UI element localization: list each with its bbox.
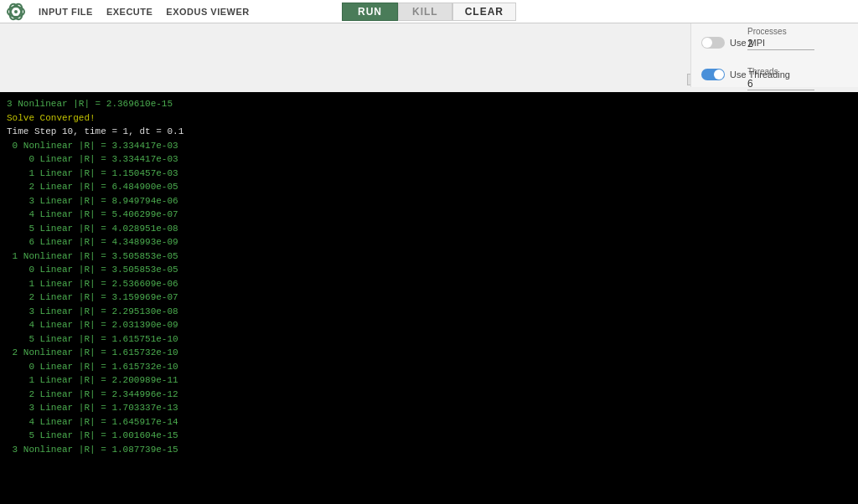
terminal-line: 3 Linear |R| = 1.703337e-13: [7, 401, 851, 415]
terminal-line: Time Step 10, time = 1, dt = 0.1: [7, 125, 851, 139]
terminal-line: 1 Linear |R| = 2.200989e-11: [7, 373, 851, 388]
threading-toggle-row: Use Threading Threads: [701, 69, 848, 80]
topbar: INPUT FILE EXECUTE EXODUS VIEWER RUN KIL…: [0, 0, 858, 23]
clear-button[interactable]: CLEAR: [452, 3, 516, 21]
terminal-line: 5 Linear |R| = 4.028951e-08: [7, 222, 851, 236]
terminal-line: 2 Nonlinear |R| = 1.615732e-10: [7, 346, 851, 360]
terminal-line: 1 Linear |R| = 1.150457e-03: [7, 167, 851, 181]
terminal-line: Solve Converged!: [7, 111, 851, 126]
processes-field: Processes: [747, 27, 848, 50]
terminal-line: 4 Linear |R| = 2.031390e-09: [7, 318, 851, 332]
run-button[interactable]: RUN: [342, 3, 398, 21]
kill-button[interactable]: KILL: [398, 3, 452, 21]
terminal-line: 3 Nonlinear |R| = 2.369610e-15: [7, 97, 851, 111]
run-controls: RUN KILL CLEAR: [342, 3, 516, 21]
threads-label: Threads: [747, 67, 848, 76]
terminal-line: 3 Nonlinear |R| = 1.087739e-15: [7, 443, 851, 457]
terminal-line: 5 Linear |R| = 1.001604e-15: [7, 429, 851, 443]
nav-input-file[interactable]: INPUT FILE: [39, 7, 93, 17]
mpi-toggle[interactable]: [701, 37, 725, 49]
processes-input[interactable]: [747, 38, 814, 50]
threading-toggle-knob: [714, 69, 724, 80]
threads-field: Threads: [747, 67, 848, 90]
terminal-output: 3 Nonlinear |R| = 2.369610e-15Solve Conv…: [0, 92, 858, 504]
terminal-line: 5 Linear |R| = 1.615751e-10: [7, 332, 851, 347]
side-panel: Processes Use MPI Use Threading Threads: [690, 23, 858, 87]
terminal-line: 2 Linear |R| = 6.484900e-05: [7, 180, 851, 194]
terminal-line: 4 Linear |R| = 5.406299e-07: [7, 208, 851, 222]
svg-point-3: [14, 10, 18, 13]
terminal-line: 1 Linear |R| = 2.536609e-06: [7, 277, 851, 291]
terminal-line: 3 Linear |R| = 8.949794e-06: [7, 194, 851, 208]
terminal-line: 6 Linear |R| = 4.348993e-09: [7, 235, 851, 249]
terminal-line: 1 Nonlinear |R| = 3.505853e-05: [7, 249, 851, 264]
terminal-line: 0 Nonlinear |R| = 3.334417e-03: [7, 139, 851, 153]
app-logo-icon: [7, 3, 25, 21]
terminal-line: 2 Linear |R| = 2.344996e-12: [7, 388, 851, 402]
terminal-line: 2 Linear |R| = 3.159969e-07: [7, 291, 851, 305]
mpi-toggle-knob: [702, 38, 712, 48]
terminal-line: 0 Linear |R| = 3.334417e-03: [7, 152, 851, 167]
processes-label: Processes: [747, 27, 848, 36]
terminal-line: 0 Linear |R| = 1.615732e-10: [7, 360, 851, 374]
threads-input[interactable]: [747, 78, 814, 90]
nav-exodus-viewer[interactable]: EXODUS VIEWER: [166, 7, 249, 17]
logo: [7, 3, 25, 21]
threading-toggle[interactable]: [701, 69, 725, 80]
terminal-line: 3 Linear |R| = 2.295130e-08: [7, 305, 851, 319]
terminal-line: 0 Linear |R| = 3.505853e-05: [7, 263, 851, 277]
terminal-line: 4 Linear |R| = 1.645917e-14: [7, 415, 851, 429]
nav-execute[interactable]: EXECUTE: [106, 7, 152, 17]
